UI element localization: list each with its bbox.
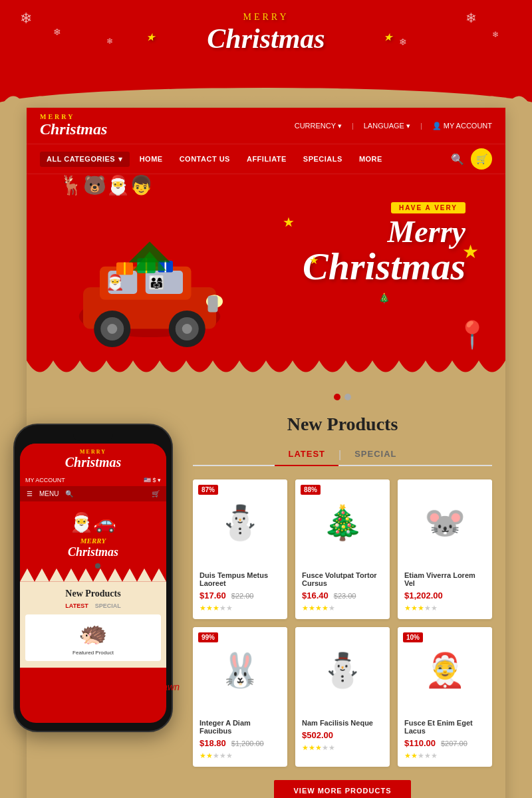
new-products-title: New Products [193,414,492,435]
currency-selector[interactable]: CURRENCY ▾ [295,122,342,130]
dropdown-icon: ▾ [118,155,123,164]
view-more-button[interactable]: VIEW MORE PRODUCTS [274,780,412,798]
stars-4: ★★★★★ [200,751,281,760]
product-name-3: Etiam Viverra Lorem Vel [404,571,485,587]
my-account-link[interactable]: 👤 MY ACCOUNT [432,122,492,130]
svg-text:🎅: 🎅 [106,273,125,291]
slider-dot-2[interactable] [344,394,351,400]
product-badge-1: 87% [198,485,218,495]
more-nav[interactable]: MORE [352,152,389,166]
store-nav: ALL CATEGORIES ▾ HOME CONTACT US AFFILIA… [27,144,505,174]
banner-merry: MERRY [0,12,532,23]
search-icon[interactable]: 🔍 [451,153,464,166]
contact-nav[interactable]: CONTACT US [173,152,237,166]
have-a-label: HAVE A VERY [391,202,466,213]
price-old-2: $23.00 [334,592,356,600]
hero-car: 🎅 👨‍👩‍👧 [66,214,233,360]
svg-text:👨‍👩‍👧: 👨‍👩‍👧 [148,275,165,291]
product-name-4: Integer A Diam Faucibus [200,719,281,735]
product-name-6: Fusce Et Enim Eget Lacus [404,719,485,735]
home-nav[interactable]: HOME [133,152,170,166]
store-logo-merry: MERRY [40,113,107,120]
svg-rect-12 [208,296,218,313]
nav-right-icons: 🔍 🛒 [451,148,492,170]
price-current-1: $17.60 [200,591,226,600]
svg-point-7 [107,324,117,334]
location-pin-icon[interactable]: 📍 [456,319,489,350]
hero-merry: Merry [303,217,466,247]
product-badge-2: 88% [301,485,321,495]
product-card-4: 99% 🐰 Integer A Diam Faucibus $18.80 $1,… [193,627,287,767]
product-card-6: 10% 🤶 Fusce Et Enim Eget Lacus $110.00 $… [398,627,492,767]
product-img-5: ⛄ [295,627,390,714]
store-header: MERRY Christmas CURRENCY ▾ | LANGUAGE ▾ … [27,108,505,144]
specials-nav[interactable]: SPECIALS [297,152,349,166]
hawn-label: Hawn [156,682,180,692]
price-current-4: $18.80 [200,738,226,748]
product-grid: 87% ⛄ Duis Tempus Metus Laoreet $17.60 $… [193,479,492,767]
cart-icon[interactable]: 🛒 [471,148,492,170]
svg-point-10 [182,324,192,334]
phone-notch [73,433,113,441]
store-logo-main: Christmas [40,120,107,138]
language-selector[interactable]: LANGUAGE ▾ [364,122,410,130]
stars-6: ★★★★★ [404,751,485,760]
phone-search-icon: 🔍 [65,490,73,497]
phone-screen: MERRY Christmas MY ACCOUNT 🇺🇸 $ ▾ ☰ MENU… [20,444,166,723]
price-current-5: $502.00 [302,730,333,740]
affiliate-nav[interactable]: AFFILIATE [240,152,293,166]
stars-5: ★★★★★ [302,743,383,752]
product-name-5: Nam Facilisis Neque [302,719,383,727]
product-tabs: LATEST | SPECIAL [193,445,492,466]
slider-dots [193,384,492,414]
product-badge-4: 99% [198,632,218,642]
hero-section: 🦌🐻🎅👦 [27,174,505,360]
price-current-3: $1,202.00 [404,591,443,600]
product-badge-6: 10% [403,632,423,642]
product-name-2: Fusce Volutpat Tortor Cursus [302,571,383,587]
price-old-4: $1,200.00 [231,739,264,747]
price-current-2: $16.40 [302,591,329,600]
header-right: CURRENCY ▾ | LANGUAGE ▾ | 👤 MY ACCOUNT [295,122,492,130]
store-logo: MERRY Christmas [40,113,107,138]
product-name-1: Duis Tempus Metus Laoreet [200,571,281,587]
new-products-section: New Products LATEST | SPECIAL 87% ⛄ [193,414,492,798]
hero-christmas: Christmas [303,247,466,286]
phone-cart-icon: 🛒 [152,490,160,497]
tab-special[interactable]: SPECIAL [341,445,410,465]
price-old-1: $22.00 [231,592,254,600]
price-current-6: $110.00 [404,738,436,748]
stars-2: ★★★★★ [302,604,383,612]
banner-title: MERRY Christmas ★ ★ [0,12,532,55]
slider-dot-1[interactable] [334,394,340,400]
hero-text: ★ ★ ★ HAVE A VERY Merry Christmas 🎄 [303,201,466,303]
stars-1: ★★★★★ [200,604,281,612]
products-area: New Products LATEST | SPECIAL 87% ⛄ [193,384,492,798]
product-card-5: ⛄ Nam Facilisis Neque $502.00 ★★★★★ [295,627,390,767]
hero-characters: 🦌🐻🎅👦 [60,174,153,196]
phone-mockup: MERRY Christmas MY ACCOUNT 🇺🇸 $ ▾ ☰ MENU… [13,424,173,732]
all-categories-nav[interactable]: ALL CATEGORIES ▾ [40,152,130,167]
stars-3: ★★★★★ [404,604,485,612]
phone-product-img: 🦔 [31,620,156,647]
product-card-1: 87% ⛄ Duis Tempus Metus Laoreet $17.60 $… [193,479,287,619]
phone-menu-icon: ☰ [27,490,33,497]
product-card-2: 88% 🎄 Fusce Volutpat Tortor Cursus $16.4… [295,479,390,619]
price-old-6: $207.00 [441,739,467,747]
product-img-3: 🐭 [398,479,492,566]
top-banner: ❄ ❄ ❄ ❄ ❄ ❄ MERRY Christmas ★ ★ [0,0,532,88]
phone-scallop [20,569,166,582]
product-card-3: 🐭 Etiam Viverra Lorem Vel $1,202.00 ★★★★… [398,479,492,619]
tab-latest[interactable]: LATEST [275,445,338,466]
